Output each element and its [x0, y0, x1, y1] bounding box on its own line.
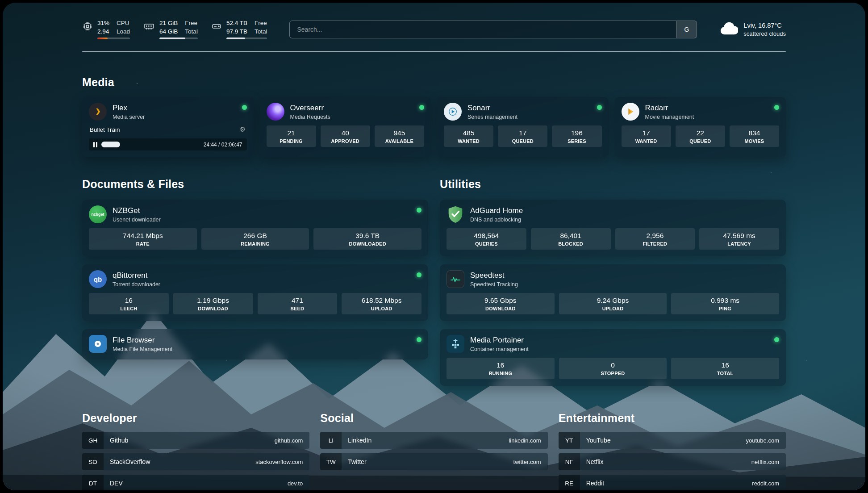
- stat-pending: 21PENDING: [267, 125, 316, 147]
- qbittorrent-icon: qb: [89, 270, 107, 288]
- service-card-filebrowser[interactable]: File Browser Media File Management: [82, 329, 428, 359]
- cpu-widget: 31% 2.94 CPU Load: [82, 20, 130, 39]
- search-engine-button[interactable]: G: [676, 21, 697, 38]
- bookmark-abbr: SO: [82, 453, 104, 470]
- window-frame: 31% 2.94 CPU Load: [0, 0, 868, 493]
- service-card-sonarr[interactable]: Sonarr Series management 485WANTED 17QUE…: [437, 97, 609, 157]
- bookmark-name: Twitter: [342, 458, 366, 465]
- service-name: NZBGet: [113, 206, 161, 215]
- radarr-icon: [622, 103, 639, 121]
- stat-queued: 17QUEUED: [498, 125, 547, 147]
- service-card-speedtest[interactable]: Speedtest Speedtest Tracking 9.65 GbpsDO…: [440, 264, 786, 321]
- section-entertainment: Entertainment YT YouTube youtube.com NF …: [559, 412, 786, 490]
- status-dot: [242, 105, 247, 110]
- bookmark-stackoverflow[interactable]: SO StackOverflow stackoverflow.com: [82, 453, 309, 470]
- service-name: Sonarr: [467, 104, 517, 113]
- bookmark-name: Github: [104, 437, 128, 444]
- pause-icon[interactable]: [93, 142, 97, 147]
- bookmark-name: DEV: [104, 480, 123, 487]
- service-card-qbittorrent[interactable]: qb qBittorrent Torrent downloader 16LEEC…: [82, 264, 428, 321]
- dashboard-screen: 31% 2.94 CPU Load: [3, 3, 865, 490]
- status-dot: [417, 208, 421, 213]
- service-card-portainer[interactable]: Media Portainer Container management 16R…: [440, 329, 786, 386]
- service-card-plex[interactable]: Plex Media server Bullet Train ⚙: [82, 97, 254, 157]
- stat-download: 1.19 GbpsDOWNLOAD: [173, 293, 253, 314]
- cpu-load-value: 2.94: [97, 28, 109, 35]
- bookmark-abbr: YT: [559, 432, 580, 449]
- bookmark-url: youtube.com: [746, 437, 786, 444]
- weather-widget[interactable]: Lviv, 16.87°C scattered clouds: [719, 22, 786, 37]
- stat-queries: 498,564QUERIES: [447, 228, 526, 250]
- status-dot: [417, 337, 421, 342]
- stat-total: 16TOTAL: [671, 358, 779, 379]
- section-title-documents: Documents & Files: [82, 178, 428, 191]
- section-title-utilities: Utilities: [440, 178, 786, 191]
- search-engine-label: G: [684, 26, 689, 33]
- service-subtitle: Container management: [470, 346, 529, 352]
- section-developer: Developer GH Github github.com SO StackO…: [82, 412, 309, 490]
- bookmark-github[interactable]: GH Github github.com: [82, 432, 309, 449]
- adguard-icon: [447, 205, 464, 223]
- stat-filtered: 2,956FILTERED: [615, 228, 695, 250]
- service-subtitle: Media Requests: [290, 114, 330, 120]
- service-subtitle: DNS and adblocking: [470, 217, 523, 223]
- section-utilities: Utilities Ad: [440, 178, 786, 386]
- cloud-icon: [719, 22, 738, 37]
- bookmark-youtube[interactable]: YT YouTube youtube.com: [559, 432, 786, 449]
- stat-approved: 40APPROVED: [321, 125, 370, 147]
- memory-widget: 21 GiB 64 GiB Free Total: [143, 20, 198, 39]
- stat-rate: 744.21 MbpsRATE: [89, 228, 197, 250]
- memory-label-top: Free: [185, 20, 198, 27]
- playback-time: 24:44 / 02:06:47: [204, 142, 242, 148]
- section-documents: Documents & Files nzbget NZBGet Usenet d…: [82, 178, 428, 386]
- memory-progress-bar: [159, 38, 198, 39]
- bookmark-url: dev.to: [288, 480, 309, 487]
- status-dot: [774, 105, 779, 110]
- stat-wanted: 485WANTED: [444, 125, 493, 147]
- service-subtitle: Speedtest Tracking: [470, 281, 518, 288]
- service-subtitle: Media server: [113, 114, 145, 120]
- bookmark-abbr: NF: [559, 453, 580, 470]
- settings-gear-icon[interactable]: ⚙: [240, 125, 246, 134]
- bookmark-twitter[interactable]: TW Twitter twitter.com: [320, 453, 547, 470]
- speedtest-icon: [447, 270, 464, 288]
- search-input[interactable]: [289, 21, 697, 38]
- bookmark-name: LinkedIn: [342, 437, 371, 444]
- stat-download: 9.65 GbpsDOWNLOAD: [447, 293, 555, 314]
- status-dot: [597, 105, 602, 110]
- service-name: Media Portainer: [470, 336, 529, 345]
- portainer-icon: [447, 335, 464, 353]
- status-dot: [774, 337, 779, 342]
- bookmark-abbr: GH: [82, 432, 104, 449]
- memory-free-value: 21 GiB: [159, 20, 178, 27]
- bookmark-name: Netflix: [580, 458, 604, 465]
- disk-label-bottom: Total: [255, 28, 267, 35]
- service-card-overseerr[interactable]: Overseerr Media Requests 21PENDING 40APP…: [260, 97, 431, 157]
- stat-wanted: 17WANTED: [622, 125, 671, 147]
- stat-upload: 9.24 GbpsUPLOAD: [559, 293, 667, 314]
- stat-running: 16RUNNING: [447, 358, 555, 379]
- cpu-label-bottom: Load: [117, 28, 130, 35]
- plex-player-bar: 24:44 / 02:06:47: [89, 138, 247, 150]
- service-subtitle: Torrent downloader: [113, 281, 160, 288]
- service-name: AdGuard Home: [470, 206, 523, 215]
- service-card-radarr[interactable]: Radarr Movie management 17WANTED 22QUEUE…: [615, 97, 786, 157]
- disk-label-top: Free: [255, 20, 267, 27]
- bookmark-dev[interactable]: DT DEV dev.to: [82, 475, 309, 490]
- bookmark-abbr: DT: [82, 475, 104, 490]
- cpu-progress-bar: [97, 38, 130, 39]
- stat-upload: 618.52 MbpsUPLOAD: [342, 293, 421, 314]
- bookmark-linkedin[interactable]: LI LinkedIn linkedin.com: [320, 432, 547, 449]
- service-card-adguard[interactable]: AdGuard Home DNS and adblocking 498,564Q…: [440, 200, 786, 256]
- stat-blocked: 86,401BLOCKED: [531, 228, 611, 250]
- bookmark-reddit[interactable]: RE Reddit reddit.com: [559, 475, 786, 490]
- service-name: Speedtest: [470, 271, 518, 280]
- section-title-entertainment: Entertainment: [559, 412, 786, 425]
- service-name: Overseerr: [290, 104, 330, 113]
- bookmark-abbr: RE: [559, 475, 580, 490]
- bookmark-netflix[interactable]: NF Netflix netflix.com: [559, 453, 786, 470]
- service-card-nzbget[interactable]: nzbget NZBGet Usenet downloader 744.21 M…: [82, 200, 428, 256]
- stat-downloaded: 39.6 TBDOWNLOADED: [313, 228, 421, 250]
- bookmark-url: github.com: [275, 437, 310, 444]
- playback-progress-track[interactable]: [101, 142, 200, 147]
